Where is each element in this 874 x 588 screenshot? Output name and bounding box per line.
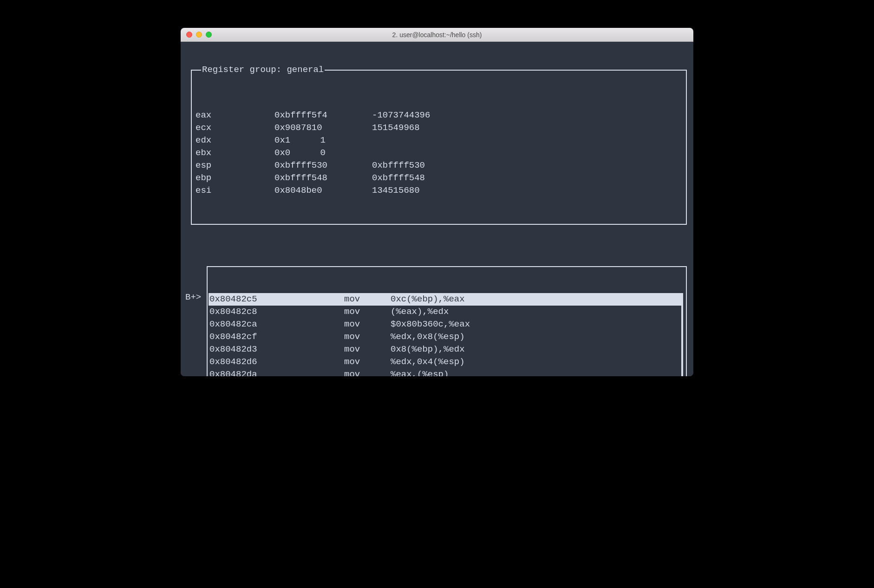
register-hex: 0x8048be0	[274, 184, 372, 197]
register-name: edx	[196, 134, 274, 147]
breakpoint-marker: B+>	[185, 291, 207, 304]
asm-address: 0x80482ca	[209, 318, 270, 331]
disassembly-panel: B+> 0x80482c5mov0xc(%ebp),%eax0x80482c8m…	[184, 266, 690, 376]
asm-row: 0x80482d6mov%edx,0x4(%esp)	[209, 356, 681, 368]
registers-panel-title: Register group: general	[201, 64, 325, 76]
asm-operands: %eax,(%esp)	[391, 368, 681, 376]
register-value: 151549968	[372, 122, 420, 134]
asm-row: 0x80482d3mov0x8(%ebp),%edx	[209, 343, 681, 356]
register-hex: 0x9087810	[274, 122, 372, 134]
asm-row: 0x80482camov$0x80b360c,%eax	[209, 318, 681, 331]
asm-function	[270, 368, 344, 376]
register-row: esi0x8048be0134515680	[196, 184, 682, 197]
asm-address: 0x80482c8	[209, 306, 270, 318]
minimize-icon[interactable]	[196, 32, 202, 38]
asm-mnemonic: mov	[344, 368, 391, 376]
traffic-lights	[181, 32, 212, 38]
asm-address: 0x80482d3	[209, 343, 270, 356]
register-name: esp	[196, 159, 274, 172]
register-hex: 0xbffff530	[274, 159, 372, 172]
register-value: 0xbffff530	[372, 159, 425, 172]
register-value: 1	[302, 134, 330, 147]
register-hex: 0xbffff548	[274, 172, 372, 184]
asm-mnemonic: mov	[344, 318, 391, 331]
window-title: 2. user@localhost:~/hello (ssh)	[181, 31, 693, 39]
asm-operands: $0x80b360c,%eax	[391, 318, 681, 331]
register-value: 0	[302, 147, 330, 159]
asm-row: 0x80482damov%eax,(%esp)	[209, 368, 681, 376]
registers-panel: Register group: general eax0xbffff5f4-10…	[191, 70, 687, 225]
asm-operands: %edx,0x4(%esp)	[391, 356, 681, 368]
asm-mnemonic: mov	[344, 293, 391, 306]
register-hex: 0x0	[274, 147, 302, 159]
register-name: ebp	[196, 172, 274, 184]
close-icon[interactable]	[186, 32, 192, 38]
asm-function	[270, 343, 344, 356]
breakpoint-gutter: B+>	[184, 266, 207, 376]
register-row: ecx0x9087810151549968	[196, 122, 682, 134]
register-value: 0xbffff548	[372, 172, 425, 184]
asm-mnemonic: mov	[344, 306, 391, 318]
terminal-body[interactable]: Register group: general eax0xbffff5f4-10…	[181, 42, 693, 376]
register-row: ebp0xbffff5480xbffff548	[196, 172, 682, 184]
register-row: edx0x11	[196, 134, 682, 147]
register-name: eax	[196, 109, 274, 122]
register-row: ebx0x00	[196, 147, 682, 159]
register-name: esi	[196, 184, 274, 197]
asm-function	[270, 306, 344, 318]
register-name: ebx	[196, 147, 274, 159]
asm-function	[270, 356, 344, 368]
asm-row: 0x80482c8mov(%eax),%edx	[209, 306, 681, 318]
asm-operands: (%eax),%edx	[391, 306, 681, 318]
asm-mnemonic: mov	[344, 331, 391, 343]
register-name: ecx	[196, 122, 274, 134]
register-hex: 0xbffff5f4	[274, 109, 372, 122]
asm-mnemonic: mov	[344, 343, 391, 356]
register-value: 134515680	[372, 184, 420, 197]
asm-row: 0x80482cfmov%edx,0x8(%esp)	[209, 331, 681, 343]
disassembly-box: 0x80482c5mov0xc(%ebp),%eax0x80482c8mov(%…	[207, 266, 687, 376]
asm-operands: 0x8(%ebp),%edx	[391, 343, 681, 356]
terminal-window: 2. user@localhost:~/hello (ssh) Register…	[181, 28, 693, 376]
register-hex: 0x1	[274, 134, 302, 147]
asm-address: 0x80482cf	[209, 331, 270, 343]
register-value: -1073744396	[372, 109, 430, 122]
asm-mnemonic: mov	[344, 356, 391, 368]
asm-operands: %edx,0x8(%esp)	[391, 331, 681, 343]
asm-row: 0x80482c5mov0xc(%ebp),%eax	[209, 293, 681, 306]
asm-function	[270, 318, 344, 331]
asm-function	[270, 331, 344, 343]
asm-function	[270, 293, 344, 306]
register-row: eax0xbffff5f4-1073744396	[196, 109, 682, 122]
asm-address: 0x80482d6	[209, 356, 270, 368]
asm-address: 0x80482c5	[209, 293, 270, 306]
zoom-icon[interactable]	[206, 32, 212, 38]
register-row: esp0xbffff5300xbffff530	[196, 159, 682, 172]
asm-address: 0x80482da	[209, 368, 270, 376]
titlebar: 2. user@localhost:~/hello (ssh)	[181, 28, 693, 42]
asm-operands: 0xc(%ebp),%eax	[391, 293, 681, 306]
